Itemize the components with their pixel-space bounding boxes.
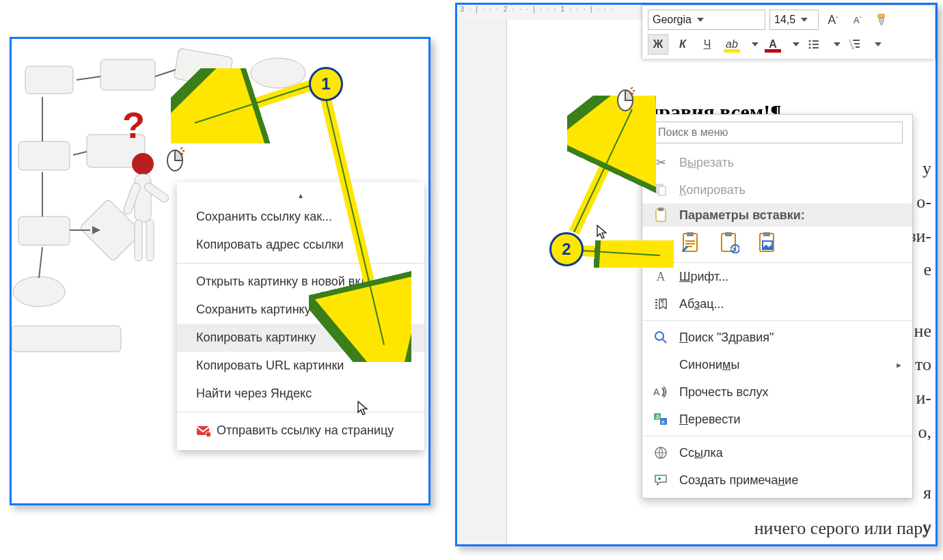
chevron-down-icon[interactable] — [752, 42, 758, 46]
ctx-translate[interactable]: あa Перевести — [642, 406, 912, 433]
svg-point-8 — [13, 277, 65, 307]
chevron-down-icon[interactable] — [875, 42, 882, 46]
word-context-menu: Поиск в меню ✂ Вырезать Копировать Парам… — [642, 114, 913, 499]
mail-icon — [196, 425, 211, 437]
svg-line-15 — [73, 152, 87, 155]
panel-browser: ? ▴ Сохранить ссылку как... Копировать а… — [10, 37, 430, 505]
paste-keep-source[interactable] — [679, 231, 702, 254]
ctx-copy-image[interactable]: Копировать картинку — [177, 324, 424, 352]
svg-rect-20 — [135, 174, 151, 222]
font-color-button[interactable]: А — [763, 34, 783, 55]
read-aloud-icon: A — [653, 384, 668, 400]
ctx-save-image-as[interactable]: Сохранить картинку как — [177, 296, 424, 324]
svg-rect-6 — [18, 216, 70, 245]
paste-options-row — [642, 227, 912, 263]
ctx-font[interactable]: A Шрифт... — [642, 263, 912, 290]
svg-line-11 — [155, 70, 176, 76]
ctx-read-aloud[interactable]: A Прочесть вслух — [642, 378, 912, 406]
svg-rect-51 — [763, 232, 770, 236]
svg-line-14 — [39, 247, 42, 278]
font-size-selector[interactable]: 14,5 — [769, 10, 819, 30]
ctx-separator — [177, 263, 424, 264]
ctx-paragraph[interactable]: ¶ Абзац... — [642, 290, 912, 318]
menu-search-input[interactable]: Поиск в меню — [652, 122, 903, 143]
chevron-down-icon[interactable] — [793, 42, 800, 46]
svg-rect-33 — [812, 47, 819, 48]
annotation-badge-1: 1 — [309, 67, 343, 101]
svg-point-3 — [251, 58, 305, 88]
submenu-arrow-icon: ▸ — [897, 359, 901, 370]
annotation-badge-2: 2 — [549, 232, 584, 266]
ctx-separator — [642, 436, 912, 436]
panel-word: 3 · | · · · 2 · · · | · · · 1 · · · | · … — [455, 3, 938, 546]
svg-rect-46 — [687, 232, 694, 236]
svg-point-47 — [682, 249, 685, 252]
paragraph-icon: ¶ — [653, 296, 668, 311]
cut-icon: ✂ — [653, 155, 668, 170]
cursor-icon — [597, 225, 609, 240]
svg-rect-39 — [856, 46, 860, 48]
italic-button[interactable]: К — [672, 34, 693, 55]
svg-rect-44 — [658, 208, 664, 211]
mouse-right-click-icon — [616, 87, 635, 111]
ctx-paste-options-header: Параметры вставки: — [642, 204, 912, 227]
svg-rect-23 — [135, 220, 142, 261]
ctx-copy-link-address[interactable]: Копировать адрес ссылки — [177, 231, 424, 259]
cursor-icon — [357, 401, 370, 416]
chevron-down-icon — [697, 18, 704, 22]
ctx-smart-lookup[interactable]: Поиск "Здравия" — [642, 324, 912, 351]
svg-text:3: 3 — [851, 46, 854, 50]
blank-icon — [653, 357, 668, 372]
paste-as-picture[interactable] — [756, 231, 779, 254]
search-icon — [653, 330, 668, 345]
multilevel-icon: 123 — [849, 38, 861, 51]
ctx-copy-image-url[interactable]: Копировать URL картинки — [177, 352, 424, 380]
format-painter-icon — [875, 13, 889, 27]
svg-rect-1 — [100, 59, 155, 90]
svg-point-54 — [655, 332, 664, 340]
copy-icon — [653, 182, 668, 197]
bullets-button[interactable] — [804, 34, 824, 55]
word-mini-toolbar: Georgia 14,5 Aˆ Aˇ Ж К Ч ab А — [642, 5, 935, 59]
svg-rect-0 — [25, 66, 73, 94]
font-icon: A — [653, 269, 668, 284]
page-gutter — [457, 20, 506, 544]
highlight-color-button[interactable]: ab — [722, 34, 742, 55]
font-name-selector[interactable]: Georgia — [648, 10, 765, 30]
svg-text:あ: あ — [655, 414, 661, 420]
svg-rect-42 — [659, 186, 666, 195]
svg-point-19 — [132, 153, 154, 175]
ctx-separator — [177, 412, 424, 412]
format-painter-button[interactable] — [872, 10, 892, 30]
paste-merge-formatting[interactable] — [718, 231, 741, 254]
chevron-down-icon[interactable] — [834, 42, 840, 46]
svg-rect-24 — [146, 220, 154, 261]
svg-rect-31 — [812, 44, 819, 45]
svg-text:a: a — [661, 419, 665, 425]
ctx-separator — [642, 320, 912, 321]
underline-button[interactable]: Ч — [697, 34, 718, 55]
doc-last-line: ничего серого или пару — [754, 518, 931, 539]
comment-icon — [653, 473, 668, 488]
ctx-send-page-link[interactable]: Отправить ссылку на страницу — [177, 417, 424, 445]
svg-text:A: A — [653, 387, 660, 397]
ctx-save-link-as[interactable]: Сохранить ссылку как... — [177, 203, 424, 231]
scroll-up-chevron[interactable]: ▴ — [177, 188, 424, 203]
ctx-copy: Копировать — [642, 176, 912, 204]
ctx-open-image-new-tab[interactable]: Открыть картинку в новой вкла — [177, 268, 424, 296]
svg-rect-35 — [853, 40, 860, 41]
svg-rect-29 — [812, 40, 819, 42]
ctx-link[interactable]: Ссылка — [642, 439, 912, 466]
ctx-synonyms[interactable]: Синонимы ▸ — [642, 351, 912, 378]
multilevel-list-button[interactable]: 123 — [845, 34, 865, 55]
svg-rect-37 — [854, 43, 860, 44]
ctx-search-yandex[interactable]: Найти через Яндекс — [177, 380, 424, 408]
grow-font-button[interactable]: Aˆ — [823, 10, 843, 30]
svg-line-10 — [77, 76, 100, 80]
svg-point-30 — [809, 44, 811, 46]
svg-text:?: ? — [122, 104, 145, 145]
translate-icon: あa — [653, 412, 668, 427]
shrink-font-button[interactable]: Aˇ — [847, 10, 868, 30]
ctx-new-comment[interactable]: Создать примечание — [642, 466, 912, 494]
bold-button[interactable]: Ж — [648, 34, 668, 55]
